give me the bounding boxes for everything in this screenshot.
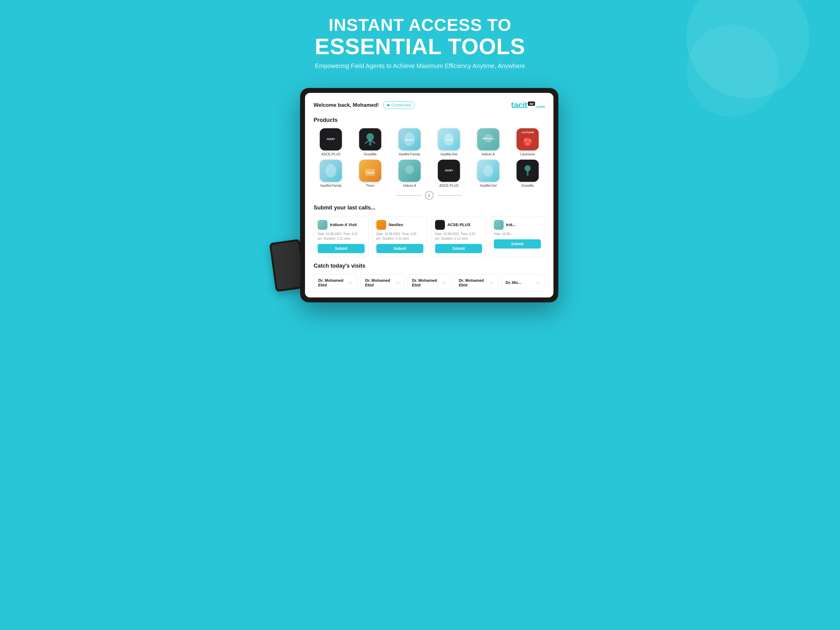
visits-section-title: Catch today's visits [314, 263, 545, 269]
product-icon-iridium-a: IRIDIUM A [477, 128, 499, 150]
product-name-lactosom: Lactosom [520, 152, 535, 156]
visit-name-5: Dr. Mo... [506, 280, 521, 285]
product-icon-hyalfid-family: Hyalfid [398, 128, 421, 150]
submit-button-iridium[interactable]: Submit [317, 244, 365, 253]
call-title-partial: Irid... [506, 222, 516, 227]
submit-button-neoflex[interactable]: Submit [376, 244, 423, 253]
product-icon-asce-plus-2: ASCE+ [438, 160, 460, 182]
svg-point-28 [524, 165, 531, 171]
visit-name-1: Dr. Mohamed Ebid [318, 278, 348, 287]
visit-name-4: Dr. Mohamed Ebid [459, 278, 488, 287]
product-name-hyalfid-gel: Hyalfid-Gel [441, 152, 457, 156]
calls-section-title: Submit your last calls... [314, 204, 545, 211]
svg-text:TRIUM: TRIUM [366, 171, 374, 174]
svg-point-17 [526, 142, 529, 145]
svg-text:Hyalfid: Hyalfid [445, 139, 452, 141]
product-name-iridium-a-2: Iridium A [403, 184, 416, 187]
product-item-iridium-a[interactable]: IRIDIUM A Iridium A [471, 128, 505, 156]
tablet-device: Welcome back, Mohamed! Connected tacitap… [300, 88, 558, 302]
svg-point-16 [528, 139, 531, 142]
product-icon-asce-plus: ASCE+ [320, 128, 342, 150]
logo-text: tacitapp [511, 100, 535, 110]
call-title-iridium: Iridium-A Visit [330, 222, 357, 227]
scroll-line-left [396, 195, 421, 196]
scroll-indicator: ⬇ [314, 191, 545, 199]
call-card-header-acse: ACSE-PLUS [435, 220, 482, 230]
visits-section: Catch today's visits Dr. Mohamed Ebid → … [314, 263, 545, 291]
app-content: Welcome back, Mohamed! Connected tacitap… [305, 93, 553, 298]
visit-card-1[interactable]: Dr. Mohamed Ebid → [314, 274, 357, 291]
calls-grid: Iridium-A Visit Date: 10-08-2023 Time: 4… [314, 216, 545, 257]
visit-arrow-icon-2: → [395, 280, 400, 285]
subheadline: Empowering Field Agents to Achieve Maxim… [315, 62, 525, 70]
tablet-screen: Welcome back, Mohamed! Connected tacitap… [305, 93, 553, 298]
product-item-growme-2[interactable]: GrowMe [510, 160, 545, 187]
call-meta-iridium: Date: 10-08-2023 Time: 4:23 pm Duration:… [317, 232, 365, 241]
visit-name-2: Dr. Mohamed Ebid [365, 278, 395, 287]
page-wrapper: INSTANT ACCESS TO ESSENTIAL TOOLS Empowe… [0, 0, 840, 312]
product-name-hyalfid-gel-2: Hyalfid-Gel [480, 184, 497, 187]
visit-arrow-icon-1: → [348, 280, 353, 285]
product-name-asce-plus: ASCE-PLUS [321, 152, 340, 156]
tablet-wrapper: Welcome back, Mohamed! Connected tacitap… [282, 88, 558, 302]
product-icon-trium: TRIUM [359, 160, 381, 182]
headline-line2: ESSENTIAL TOOLS [315, 35, 525, 59]
call-icon-acse [435, 220, 445, 230]
svg-text:Hyalfid: Hyalfid [406, 138, 414, 141]
call-title-acse: ACSE-PLUS [447, 222, 471, 227]
product-icon-lactosom: LACTOSOM [516, 128, 539, 150]
product-item-iridium-a-2[interactable]: Iridium A [392, 160, 427, 187]
product-item-hyalfid-family-2[interactable]: Hyalfid-Family [314, 160, 348, 187]
visit-card-3[interactable]: Dr. Mohamed Ebid → [407, 274, 451, 291]
product-item-hyalfid-family[interactable]: Hyalfid Hyalfid-Family [392, 128, 427, 156]
welcome-area: Welcome back, Mohamed! Connected [314, 101, 415, 109]
product-item-hyalfid-gel-2[interactable]: Hyalfid-Gel [471, 160, 505, 187]
connected-label: Connected [392, 103, 411, 108]
visit-arrow-icon-3: → [442, 280, 447, 285]
logo-com: .com [535, 104, 545, 109]
visit-card-5[interactable]: Dr. Mo... → [501, 274, 545, 291]
svg-point-26 [483, 165, 493, 177]
product-item-hyalfid-gel[interactable]: Hyalfid Hyalfid-Gel [432, 128, 466, 156]
visit-card-4[interactable]: Dr. Mohamed Ebid → [454, 274, 498, 291]
product-item-asce-plus[interactable]: ASCE+ ASCE-PLUS [314, 128, 348, 156]
svg-point-19 [325, 164, 336, 177]
product-name-iridium-a: Iridium A [482, 152, 495, 156]
submit-button-partial[interactable]: Submit [494, 239, 541, 249]
product-icon-hyalfid-gel-2 [477, 160, 499, 182]
call-card-acse: ACSE-PLUS Date: 10-08-2023 Time: 4:23 pm… [431, 216, 486, 257]
visit-card-2[interactable]: Dr. Mohamed Ebid → [360, 274, 404, 291]
svg-text:LACTOSOM: LACTOSOM [521, 131, 534, 133]
call-card-header-neoflex: Neoflex [376, 220, 423, 230]
call-icon-neoflex [376, 220, 386, 230]
product-item-lactosom[interactable]: LACTOSOM Lactosom [510, 128, 545, 156]
submit-button-acse[interactable]: Submit [435, 244, 482, 253]
product-icon-hyalfid-gel: Hyalfid [438, 128, 460, 150]
svg-point-24 [405, 165, 414, 174]
call-meta-acse: Date: 10-08-2023 Time: 4:23 pm Duration:… [435, 232, 482, 241]
scroll-circle[interactable]: ⬇ [425, 191, 434, 199]
products-grid-row1: ASCE+ ASCE-PLUS [314, 128, 545, 156]
product-item-asce-plus-2[interactable]: ASCE+ ASCE-PLUS [432, 160, 466, 187]
product-item-trium[interactable]: TRIUM Trium [353, 160, 387, 187]
call-card-neoflex: Neoflex Date: 10-08-2023 Time: 4:23 pm D… [373, 216, 427, 257]
visit-arrow-icon-5: → [535, 280, 540, 285]
call-card-iridium: Iridium-A Visit Date: 10-08-2023 Time: 4… [314, 216, 369, 257]
product-name-growme-2: GrowMe [521, 184, 534, 187]
calls-section: Submit your last calls... Iridium-A Visi… [314, 204, 545, 257]
call-icon-iridium [317, 220, 327, 230]
svg-point-15 [524, 138, 527, 142]
product-icon-iridium-a-2 [398, 160, 421, 182]
logo-badge: app [528, 101, 535, 106]
call-card-header-iridium: Iridium-A Visit [317, 220, 365, 230]
products-section-title: Products [314, 117, 545, 123]
visits-grid: Dr. Mohamed Ebid → Dr. Mohamed Ebid → Dr… [314, 274, 545, 291]
visit-name-3: Dr. Mohamed Ebid [412, 278, 442, 287]
product-item-growme[interactable]: GrowMe [353, 128, 387, 156]
call-icon-partial [494, 220, 504, 230]
product-name-trium: Trium [366, 184, 374, 187]
products-grid-row2: Hyalfid-Family [314, 160, 545, 187]
svg-rect-29 [527, 171, 529, 176]
visit-arrow-icon-4: → [489, 280, 494, 285]
scroll-line-right [437, 195, 462, 196]
